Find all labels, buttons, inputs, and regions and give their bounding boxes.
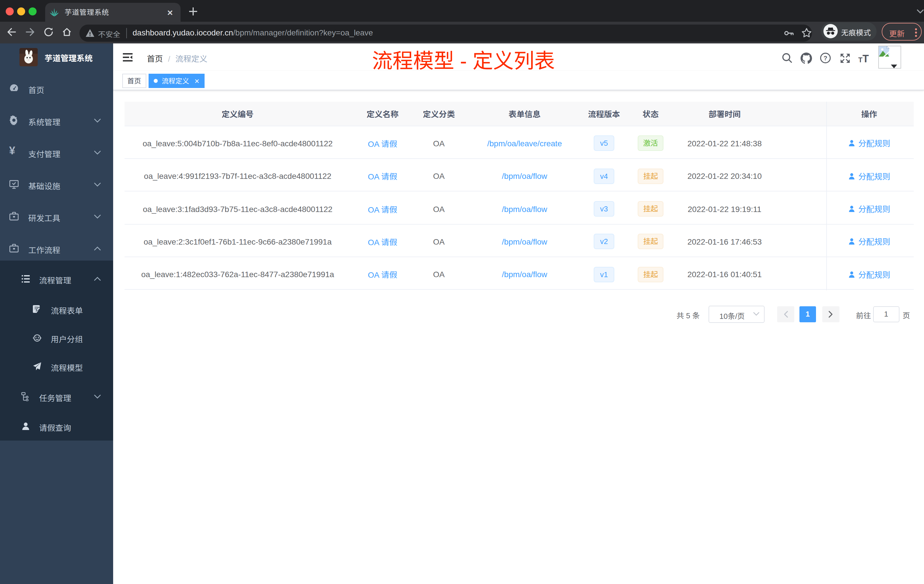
- svg-text:?: ?: [823, 54, 827, 62]
